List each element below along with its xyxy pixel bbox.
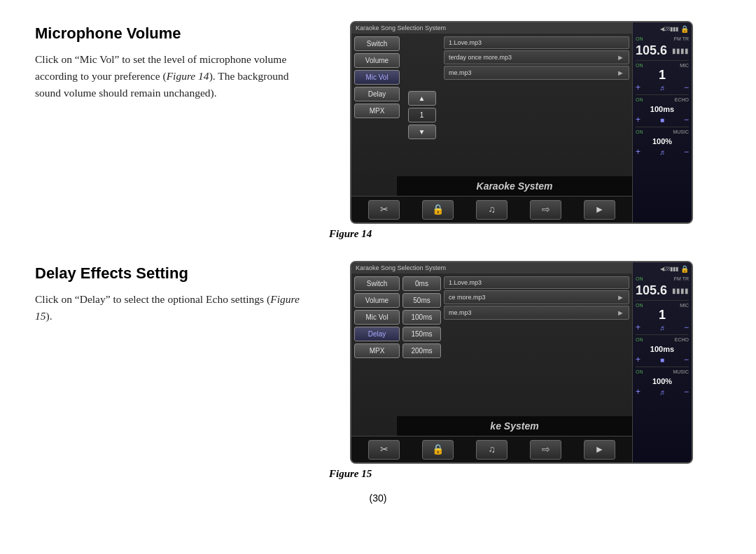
echo-minus-fig15[interactable]: − [684,355,689,364]
song2-fig14[interactable]: terday once more.mp3 ► [444,50,629,64]
battery-icon-fig15: ◀28▮▮▮ [660,266,678,272]
section2-title: Delay Effects Setting [35,264,301,283]
music-plus-fig15[interactable]: + [636,387,640,397]
song3-fig15[interactable]: me.mp3 ► [444,306,629,320]
toolbar-scissors-fig15[interactable]: ✂ [368,440,400,460]
mic-minus-fig15[interactable]: − [684,322,689,332]
section1-title: Microphone Volume [35,24,301,43]
figure15-caption: Figure 15 [322,468,372,480]
mpx-btn-fig14[interactable]: MPX [354,104,400,118]
echo-val-fig15: 100ms [650,345,674,353]
mic-minus-fig14[interactable]: − [684,83,689,92]
toolbar-music-fig14[interactable]: ♫ [476,200,507,220]
music-plus-fig14[interactable]: + [636,147,640,157]
echo-section-fig15: ON ECHO 100ms + ■ − [636,334,689,364]
screen-main-fig14: Karaoke Song Selection System Switch Vol… [351,22,632,222]
music-pm-fig14: + ♬ − [636,147,689,157]
section-microphone-volume: Microphone Volume Click on “Mic Vol” to … [35,21,721,240]
echo-header-fig14: ON ECHO [636,97,689,102]
music-label-fig14: MUSIC [673,129,689,134]
toolbar-scissors-fig14[interactable]: ✂ [368,200,400,220]
volume-btn-fig15[interactable]: Volume [354,293,400,308]
micvol-btn-fig15[interactable]: Mic Vol [354,310,400,325]
mic-label-fig15: MIC [680,303,689,308]
battery-icon-fig14: ◀28▮▮▮ [660,26,678,32]
signal-icon-fig14: ▮▮▮▮ [672,47,689,55]
screen-title-fig14: Karaoke Song Selection System [351,22,632,34]
mic-value-row-fig15: 1 [636,308,689,322]
toolbar-screen-fig15[interactable]: ⇨ [530,440,561,460]
toolbar-lock-fig15[interactable]: 🔒 [422,440,454,460]
echo-on-fig14: ON [636,97,643,102]
delay-0ms[interactable]: 0ms [402,276,441,291]
mic-value-row-fig14: 1 [636,68,689,83]
delay-200ms[interactable]: 200ms [402,343,441,358]
toolbar-music-fig15[interactable]: ♫ [476,440,507,460]
echo-minus-fig14[interactable]: − [684,115,689,125]
music-label-fig15: MUSIC [673,369,689,374]
song2-fig15[interactable]: ce more.mp3 ► [444,290,629,304]
echo-pm-fig14: + ■ − [636,115,689,125]
music-minus-fig15[interactable]: − [684,387,689,397]
micvol-btn-fig14[interactable]: Mic Vol [354,70,400,85]
freq-value-fig14: 105.6 [636,43,667,58]
figure14-caption: Figure 14 [322,228,372,240]
delay-50ms[interactable]: 50ms [402,293,441,308]
music-val-fig14: 100% [652,137,672,145]
music-section-fig15: ON MUSIC 100% + ♬ − [636,367,689,397]
mic-section-fig15: ON MIC 1 + ♬ − [636,300,689,332]
panel-fm-row-fig14: ON FM TR [636,36,689,41]
screen-content-fig14: Switch Volume Mic Vol Delay MPX ▲ 1 ▼ [351,34,632,196]
right-panel-fig14: ◀28▮▮▮ 🔒 ON FM TR 105.6 ▮▮▮▮ ON [632,22,692,222]
figure15-container: Karaoke Song Selection System Switch Vol… [322,261,721,480]
song1-fig15[interactable]: 1.Love.mp3 [444,276,629,289]
mic-plus-fig15[interactable]: + [636,322,640,332]
fig-ref-1: Figure 14 [167,70,209,82]
song1-fig14[interactable]: 1.Love.mp3 [444,36,629,49]
delay-btn-fig14[interactable]: Delay [354,87,400,101]
toolbar-screen-fig14[interactable]: ⇨ [530,200,561,220]
mic-pm-fig15: + ♬ − [636,322,689,332]
body-text-2: Click on “Delay” to select the optional … [35,293,300,322]
section-gap [35,247,721,261]
right-panel-fig15: ◀28▮▮▮ 🔒 ON FM TR 105.6 ▮▮▮▮ ON [632,262,692,462]
delay-100ms[interactable]: 100ms [402,310,441,325]
fig-ref-2: Figure 15 [35,293,300,322]
toolbar-play-fig15[interactable]: ► [584,440,615,460]
section-delay-effects: Delay Effects Setting Click on “Delay” t… [35,261,721,480]
music-minus-fig14[interactable]: − [684,147,689,157]
section2-text: Delay Effects Setting Click on “Delay” t… [35,261,301,480]
switch-btn-fig14[interactable]: Switch [354,36,400,51]
center-controls-fig14: ▲ 1 ▼ [402,36,441,193]
mic-header-fig15: ON MIC [636,303,689,308]
echo-plus-fig15[interactable]: + [636,355,640,364]
section1-body: Click on “Mic Vol” to set the level of m… [35,51,301,101]
toolbar-play-fig14[interactable]: ► [584,200,615,220]
music-pm-fig15: + ♬ − [636,387,689,397]
bottom-toolbar-fig15: ✂ 🔒 ♫ ⇨ ► [351,436,632,462]
section1-text: Microphone Volume Click on “Mic Vol” to … [35,21,301,240]
device-figure15: Karaoke Song Selection System Switch Vol… [350,261,693,464]
mic-plus-fig14[interactable]: + [636,83,640,92]
music-val-fig15: 100% [652,377,672,385]
echo-icon-fig15: ■ [660,356,664,364]
echo-section-fig14: ON ECHO 100ms + ■ − [636,94,689,125]
toolbar-lock-fig14[interactable]: 🔒 [422,200,454,220]
echo-label-fig14: ECHO [675,97,689,102]
mic-icon-fig14: ♬ [659,84,665,92]
fm-tr-fig14: FM TR [674,36,689,41]
mpx-btn-fig15[interactable]: MPX [354,343,400,358]
mic-header-fig14: ON MIC [636,63,689,68]
mic-on-fig14: ON [636,63,643,68]
body-text-1: Click on “Mic Vol” to set the level of m… [35,53,288,99]
volume-btn-fig14[interactable]: Volume [354,53,400,68]
echo-label-fig15: ECHO [675,337,689,342]
song3-fig14[interactable]: me.mp3 ► [444,66,629,80]
delay-options-fig15: 0ms 50ms 100ms 150ms 200ms [402,276,441,433]
delay-btn-fig15[interactable]: Delay [354,327,400,341]
delay-150ms[interactable]: 150ms [402,327,441,341]
switch-btn-fig15[interactable]: Switch [354,276,400,291]
echo-plus-fig14[interactable]: + [636,115,640,125]
down-btn-fig14[interactable]: ▼ [408,125,436,139]
up-btn-fig14[interactable]: ▲ [408,91,436,106]
